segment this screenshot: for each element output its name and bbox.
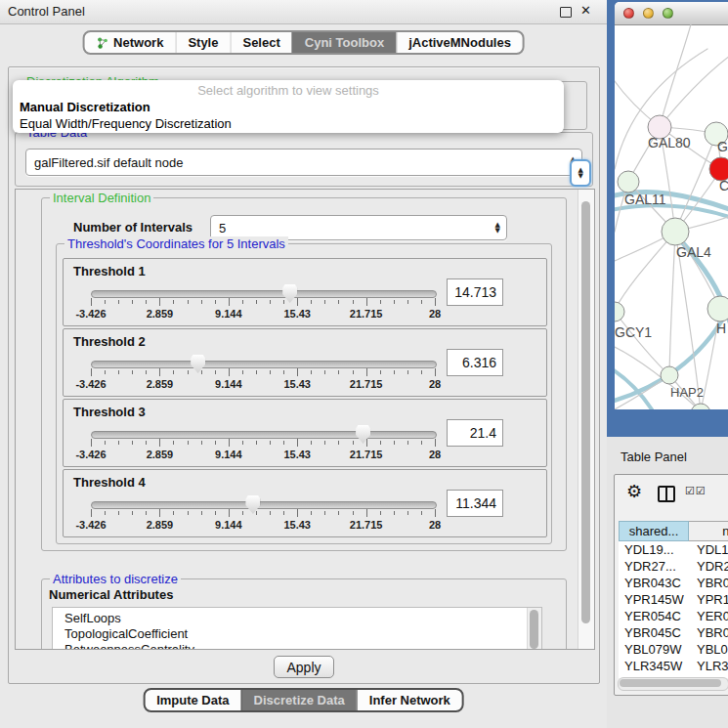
- list-item[interactable]: BetweennessCentrality: [53, 642, 541, 650]
- scrollbar-thumb[interactable]: [581, 201, 590, 623]
- network-window-titlebar: [615, 2, 728, 25]
- slider-track[interactable]: [91, 501, 437, 509]
- table-row[interactable]: YDL19...YDL1: [619, 541, 728, 558]
- slider-ticks: [91, 439, 435, 448]
- cell-name: YPR1: [691, 592, 728, 607]
- network-edge: [615, 232, 675, 310]
- cell-name: YDR2: [691, 559, 728, 574]
- tab-infer-network[interactable]: Infer Network: [357, 690, 462, 710]
- network-node-HAP2[interactable]: [661, 366, 678, 384]
- cell-name: YER0: [691, 609, 728, 623]
- attributes-list-items: SelfLoopsTopologicalCoefficientBetweenne…: [53, 608, 541, 650]
- cell-shared-name: YER054C: [619, 609, 691, 623]
- network-node-label: GAL80: [648, 135, 691, 150]
- tab-network[interactable]: Network: [84, 32, 175, 53]
- column-header-name[interactable]: na: [689, 521, 728, 541]
- table-panel-title: Table Panel: [621, 450, 687, 464]
- slider-tick-labels: -3.4262.8599.14415.4321.71528: [91, 378, 435, 391]
- slider-track[interactable]: [91, 290, 437, 298]
- network-node-GCY1[interactable]: [615, 302, 624, 321]
- attributes-list-scrollbar[interactable]: [527, 608, 541, 650]
- network-edge: [615, 347, 701, 409]
- dropdown-placeholder: Select algorithm to view settings: [13, 82, 564, 99]
- cell-name: YLR3: [691, 659, 728, 673]
- algorithm-combo-fragment[interactable]: ▲▼: [570, 159, 591, 187]
- threshold-panel-2: Threshold 2-3.4262.8599.14415.4321.71528…: [63, 328, 547, 397]
- column-header-shared[interactable]: shared...: [619, 521, 689, 541]
- network-node-GAL11[interactable]: [618, 171, 639, 193]
- zoom-traffic-light[interactable]: [663, 8, 673, 19]
- table-row[interactable]: YBL079WYBL0: [619, 641, 728, 658]
- tab-impute-data[interactable]: Impute Data: [145, 690, 240, 710]
- table-panel: ⚙ ☑☑ shared... na YDL19...YDL1YDR27...YD…: [614, 474, 728, 696]
- network-node-label: HAP2: [670, 385, 704, 400]
- network-node-GAL4[interactable]: [662, 218, 689, 245]
- tab-jactivemnodules[interactable]: jActiveMNodules: [396, 32, 523, 53]
- table-row[interactable]: YER054CYER0: [619, 608, 728, 624]
- dropdown-options: Manual DiscretizationEqual Width/Frequen…: [13, 99, 564, 132]
- apply-button[interactable]: Apply: [274, 656, 334, 678]
- threshold-value-field[interactable]: 21.4: [447, 419, 503, 447]
- table-row[interactable]: YPR145WYPR1: [619, 591, 728, 608]
- table-row[interactable]: YBR043CYBR0: [619, 575, 728, 591]
- tab-style[interactable]: Style: [175, 32, 230, 53]
- list-item[interactable]: TopologicalCoefficient: [53, 626, 541, 642]
- threshold-label: Threshold 1: [73, 264, 146, 278]
- table-data-combo[interactable]: galFiltered.sif default node ▲▼: [25, 149, 582, 176]
- network-window-frame: GAL80GACGAL11GAL4GCY1HHAP2: [607, 0, 728, 437]
- settings-scroll-panel: Interval Definition Number of Intervals …: [15, 189, 595, 650]
- horizontal-scrollbar[interactable]: [618, 677, 728, 691]
- table-row[interactable]: YLR345WYLR3: [619, 658, 728, 674]
- network-canvas[interactable]: GAL80GACGAL11GAL4GCY1HHAP2: [615, 24, 728, 409]
- cyni-toolbox-content: Discretization Algorithm ▲▼ Table Data g…: [8, 66, 600, 684]
- network-node-label: H: [716, 321, 726, 336]
- tab-select[interactable]: Select: [230, 32, 291, 53]
- network-node-label: GAL11: [624, 192, 666, 207]
- threshold-label: Threshold 2: [73, 334, 146, 349]
- threshold-label: Threshold 4: [73, 475, 146, 490]
- cell-shared-name: YPR145W: [619, 592, 691, 607]
- tab-discretize-data[interactable]: Discretize Data: [241, 690, 357, 710]
- checkbox-icons[interactable]: ☑☑: [685, 485, 707, 497]
- close-traffic-light[interactable]: [623, 8, 634, 19]
- threshold-panel-4: Threshold 4-3.4262.8599.14415.4321.71528…: [63, 469, 547, 537]
- table-row[interactable]: YBR045CYBR0: [619, 624, 728, 641]
- num-intervals-label: Number of Intervals: [73, 220, 193, 235]
- tab-label: Impute Data: [156, 690, 229, 710]
- table-row[interactable]: YDR27...YDR2: [619, 558, 728, 575]
- attributes-list[interactable]: SelfLoopsTopologicalCoefficientBetweenne…: [52, 607, 542, 650]
- threshold-value-field[interactable]: 14.713: [447, 278, 503, 306]
- minimize-traffic-light[interactable]: [643, 8, 654, 19]
- bottom-tab-bar: Impute DataDiscretize DataInfer Network: [143, 688, 464, 712]
- columns-icon[interactable]: [658, 486, 675, 502]
- float-window-icon[interactable]: [560, 7, 572, 18]
- threshold-value-field[interactable]: 6.316: [447, 349, 503, 376]
- dropdown-option[interactable]: Manual Discretization: [13, 99, 564, 115]
- cell-name: YBL0: [691, 642, 728, 657]
- tab-label: Infer Network: [369, 690, 450, 710]
- cell-shared-name: YBR045C: [619, 625, 691, 640]
- network-node-H-node[interactable]: [707, 296, 728, 321]
- slider-track[interactable]: [91, 431, 437, 439]
- threshold-value-field[interactable]: 11.344: [447, 490, 503, 517]
- table-panel-region: Table Panel ⚙ ☑☑ shared... na YDL19...YD…: [607, 437, 728, 728]
- vertical-scrollbar[interactable]: [578, 190, 594, 649]
- dropdown-option[interactable]: Equal Width/Frequency Discretization: [13, 115, 564, 132]
- scrollbar-thumb[interactable]: [620, 679, 721, 687]
- slider-track[interactable]: [91, 361, 437, 368]
- top-tab-bar: NetworkStyleSelectCyni ToolboxjActiveMNo…: [82, 30, 525, 55]
- cell-shared-name: YDL19...: [619, 542, 691, 557]
- scrollbar-thumb[interactable]: [530, 610, 538, 649]
- table-header: shared... na: [619, 521, 728, 541]
- slider-ticks: [91, 368, 435, 377]
- tab-label: Select: [242, 32, 279, 53]
- table-body: YDL19...YDL1YDR27...YDR2YBR043CYBR0YPR14…: [619, 541, 728, 678]
- gear-icon[interactable]: ⚙: [626, 481, 642, 501]
- close-icon[interactable]: ✕: [580, 3, 591, 18]
- group-title: Attributes to discretize: [50, 572, 181, 586]
- tab-cyni-toolbox[interactable]: Cyni Toolbox: [292, 32, 396, 53]
- cell-name: YBR0: [691, 576, 728, 590]
- network-edge: [660, 24, 691, 127]
- table-data-combo-value: galFiltered.sif default node: [34, 155, 183, 170]
- list-item[interactable]: SelfLoops: [53, 611, 541, 626]
